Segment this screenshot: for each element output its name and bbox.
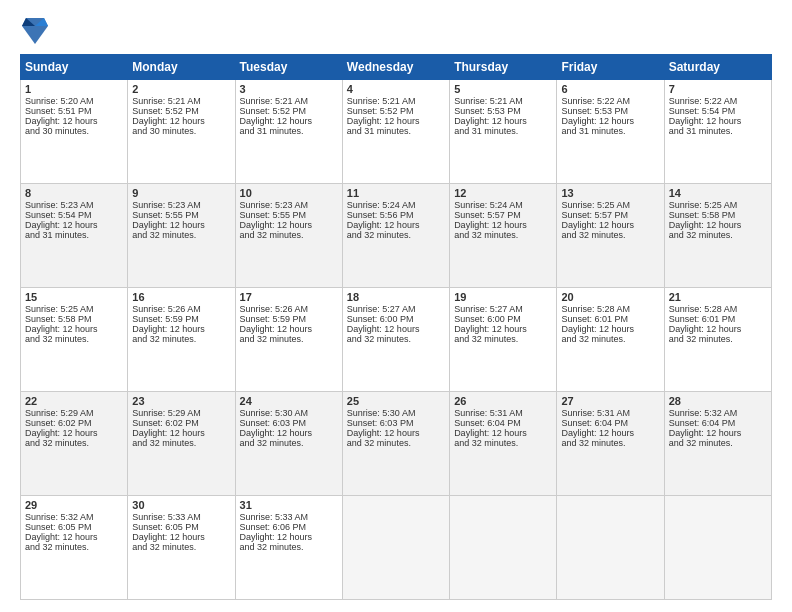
calendar-cell: 27Sunrise: 5:31 AMSunset: 6:04 PMDayligh… [557, 392, 664, 496]
day-info: Daylight: 12 hours [669, 324, 767, 334]
day-info: and 32 minutes. [669, 230, 767, 240]
day-number: 14 [669, 187, 767, 199]
day-info: Daylight: 12 hours [347, 220, 445, 230]
day-info: Sunrise: 5:26 AM [240, 304, 338, 314]
calendar-cell [342, 496, 449, 600]
day-info: Daylight: 12 hours [240, 220, 338, 230]
day-info: Daylight: 12 hours [25, 324, 123, 334]
calendar-cell: 6Sunrise: 5:22 AMSunset: 5:53 PMDaylight… [557, 80, 664, 184]
day-info: and 32 minutes. [347, 230, 445, 240]
calendar-week-row: 29Sunrise: 5:32 AMSunset: 6:05 PMDayligh… [21, 496, 772, 600]
day-info: and 31 minutes. [561, 126, 659, 136]
calendar-cell: 1Sunrise: 5:20 AMSunset: 5:51 PMDaylight… [21, 80, 128, 184]
calendar-cell: 17Sunrise: 5:26 AMSunset: 5:59 PMDayligh… [235, 288, 342, 392]
day-number: 31 [240, 499, 338, 511]
calendar-cell: 31Sunrise: 5:33 AMSunset: 6:06 PMDayligh… [235, 496, 342, 600]
day-info: Daylight: 12 hours [132, 220, 230, 230]
day-info: Daylight: 12 hours [25, 428, 123, 438]
calendar-week-row: 8Sunrise: 5:23 AMSunset: 5:54 PMDaylight… [21, 184, 772, 288]
day-info: Daylight: 12 hours [561, 116, 659, 126]
day-info: and 32 minutes. [240, 334, 338, 344]
calendar-cell: 21Sunrise: 5:28 AMSunset: 6:01 PMDayligh… [664, 288, 771, 392]
day-info: Sunset: 5:59 PM [240, 314, 338, 324]
day-info: and 32 minutes. [454, 334, 552, 344]
calendar-cell: 15Sunrise: 5:25 AMSunset: 5:58 PMDayligh… [21, 288, 128, 392]
day-info: Daylight: 12 hours [347, 324, 445, 334]
calendar-cell: 4Sunrise: 5:21 AMSunset: 5:52 PMDaylight… [342, 80, 449, 184]
day-info: and 32 minutes. [347, 438, 445, 448]
day-number: 18 [347, 291, 445, 303]
day-info: Sunrise: 5:31 AM [561, 408, 659, 418]
day-info: Sunrise: 5:28 AM [669, 304, 767, 314]
day-info: Daylight: 12 hours [25, 532, 123, 542]
day-info: Daylight: 12 hours [240, 324, 338, 334]
day-info: Sunrise: 5:23 AM [25, 200, 123, 210]
day-info: Daylight: 12 hours [561, 428, 659, 438]
day-info: Sunset: 6:05 PM [132, 522, 230, 532]
calendar-cell: 19Sunrise: 5:27 AMSunset: 6:00 PMDayligh… [450, 288, 557, 392]
day-info: Sunset: 5:58 PM [25, 314, 123, 324]
day-number: 24 [240, 395, 338, 407]
day-info: and 32 minutes. [561, 230, 659, 240]
calendar-day-header: Saturday [664, 55, 771, 80]
day-info: Daylight: 12 hours [669, 116, 767, 126]
day-info: Sunrise: 5:21 AM [347, 96, 445, 106]
day-number: 17 [240, 291, 338, 303]
calendar-day-header: Monday [128, 55, 235, 80]
day-info: Sunset: 5:56 PM [347, 210, 445, 220]
day-info: Sunset: 6:02 PM [25, 418, 123, 428]
day-info: Daylight: 12 hours [25, 220, 123, 230]
day-info: Sunrise: 5:33 AM [132, 512, 230, 522]
calendar-day-header: Tuesday [235, 55, 342, 80]
calendar-cell [557, 496, 664, 600]
day-info: Daylight: 12 hours [561, 324, 659, 334]
calendar-cell: 9Sunrise: 5:23 AMSunset: 5:55 PMDaylight… [128, 184, 235, 288]
day-info: Daylight: 12 hours [132, 116, 230, 126]
calendar-week-row: 22Sunrise: 5:29 AMSunset: 6:02 PMDayligh… [21, 392, 772, 496]
day-info: and 32 minutes. [240, 438, 338, 448]
day-info: Daylight: 12 hours [25, 116, 123, 126]
day-info: Sunrise: 5:22 AM [561, 96, 659, 106]
calendar-cell: 5Sunrise: 5:21 AMSunset: 5:53 PMDaylight… [450, 80, 557, 184]
day-number: 16 [132, 291, 230, 303]
day-number: 29 [25, 499, 123, 511]
day-info: and 31 minutes. [240, 126, 338, 136]
calendar-cell [664, 496, 771, 600]
calendar-cell: 13Sunrise: 5:25 AMSunset: 5:57 PMDayligh… [557, 184, 664, 288]
day-info: Daylight: 12 hours [240, 116, 338, 126]
day-number: 11 [347, 187, 445, 199]
calendar-cell: 18Sunrise: 5:27 AMSunset: 6:00 PMDayligh… [342, 288, 449, 392]
calendar: SundayMondayTuesdayWednesdayThursdayFrid… [20, 54, 772, 600]
day-info: and 32 minutes. [132, 230, 230, 240]
day-info: Daylight: 12 hours [132, 324, 230, 334]
day-info: Sunrise: 5:24 AM [347, 200, 445, 210]
day-info: and 32 minutes. [347, 334, 445, 344]
day-info: Sunrise: 5:30 AM [347, 408, 445, 418]
day-info: and 31 minutes. [454, 126, 552, 136]
day-info: Sunset: 5:53 PM [454, 106, 552, 116]
day-info: Sunset: 5:54 PM [669, 106, 767, 116]
day-info: and 32 minutes. [132, 334, 230, 344]
day-info: Sunset: 6:04 PM [454, 418, 552, 428]
day-number: 3 [240, 83, 338, 95]
day-info: and 30 minutes. [132, 126, 230, 136]
day-info: Sunrise: 5:26 AM [132, 304, 230, 314]
day-info: and 31 minutes. [669, 126, 767, 136]
day-number: 30 [132, 499, 230, 511]
day-info: Sunset: 5:59 PM [132, 314, 230, 324]
calendar-cell: 20Sunrise: 5:28 AMSunset: 6:01 PMDayligh… [557, 288, 664, 392]
day-info: Sunset: 5:52 PM [132, 106, 230, 116]
calendar-cell [450, 496, 557, 600]
day-info: Sunrise: 5:23 AM [132, 200, 230, 210]
day-info: Sunrise: 5:24 AM [454, 200, 552, 210]
day-info: Sunset: 5:52 PM [240, 106, 338, 116]
day-info: Sunrise: 5:27 AM [347, 304, 445, 314]
calendar-cell: 8Sunrise: 5:23 AMSunset: 5:54 PMDaylight… [21, 184, 128, 288]
day-number: 19 [454, 291, 552, 303]
day-info: and 32 minutes. [132, 542, 230, 552]
day-number: 26 [454, 395, 552, 407]
day-info: and 32 minutes. [561, 438, 659, 448]
day-info: Sunrise: 5:21 AM [240, 96, 338, 106]
day-info: Sunset: 5:57 PM [561, 210, 659, 220]
day-number: 28 [669, 395, 767, 407]
